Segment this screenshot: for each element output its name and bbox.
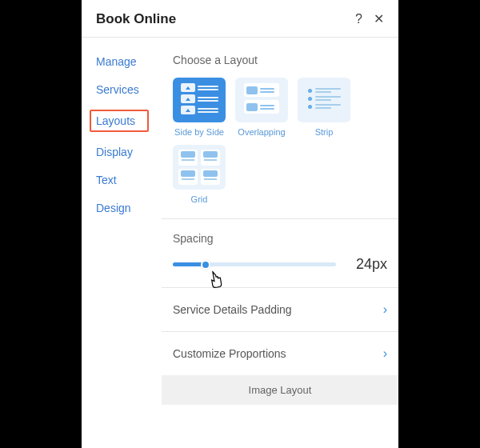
sidebar-item-services[interactable]: Services xyxy=(96,82,162,98)
help-icon[interactable]: ? xyxy=(355,13,362,26)
layout-label: Side by Side xyxy=(174,127,224,137)
spacing-slider[interactable] xyxy=(173,262,336,266)
layout-label: Strip xyxy=(315,127,334,137)
layout-option-overlapping[interactable]: Overlapping xyxy=(235,78,288,137)
spacing-slider-row: 24px xyxy=(173,256,387,273)
layout-label: Grid xyxy=(191,194,208,204)
layout-thumb-overlapping xyxy=(235,78,288,122)
customize-proportions-row[interactable]: Customize Proportions › xyxy=(173,332,387,375)
spacing-section: Spacing 24px xyxy=(173,219,387,287)
sidebar-item-layouts[interactable]: Layouts xyxy=(90,110,149,132)
layout-label: Overlapping xyxy=(238,127,285,137)
service-details-padding-row[interactable]: Service Details Padding › xyxy=(173,288,387,331)
close-icon[interactable]: ✕ xyxy=(374,13,384,26)
choose-layout-title: Choose a Layout xyxy=(173,54,387,66)
sidebar: Manage Services Layouts Display Text Des… xyxy=(82,38,162,448)
layout-thumb-side-by-side xyxy=(173,78,226,122)
chevron-right-icon: › xyxy=(383,302,387,317)
layout-option-strip[interactable]: Strip xyxy=(298,78,350,137)
settings-panel: Book Online ? ✕ Manage Services Layouts … xyxy=(82,0,398,448)
layout-option-grid[interactable]: Grid xyxy=(173,145,226,204)
slider-handle[interactable] xyxy=(201,260,210,270)
layout-option-side-by-side[interactable]: Side by Side xyxy=(173,78,226,137)
sidebar-item-display[interactable]: Display xyxy=(96,144,162,160)
sidebar-item-manage[interactable]: Manage xyxy=(96,54,162,70)
panel-title: Book Online xyxy=(96,11,355,27)
image-layout-tab[interactable]: Image Layout xyxy=(162,375,398,405)
main-content: Choose a Layout Side by Side Overl xyxy=(162,38,398,448)
expand-label: Customize Proportions xyxy=(173,347,286,360)
spacing-value: 24px xyxy=(347,256,387,273)
layout-options: Side by Side Overlapping Strip xyxy=(173,78,387,204)
panel-body: Manage Services Layouts Display Text Des… xyxy=(82,38,398,448)
panel-header: Book Online ? ✕ xyxy=(82,0,398,38)
sidebar-item-design[interactable]: Design xyxy=(96,200,162,216)
sidebar-item-text[interactable]: Text xyxy=(96,172,162,188)
layout-thumb-grid xyxy=(173,145,226,190)
spacing-title: Spacing xyxy=(173,232,387,245)
chevron-right-icon: › xyxy=(383,346,387,361)
expand-label: Service Details Padding xyxy=(173,303,292,316)
header-actions: ? ✕ xyxy=(355,13,384,26)
layout-thumb-strip xyxy=(298,78,350,122)
